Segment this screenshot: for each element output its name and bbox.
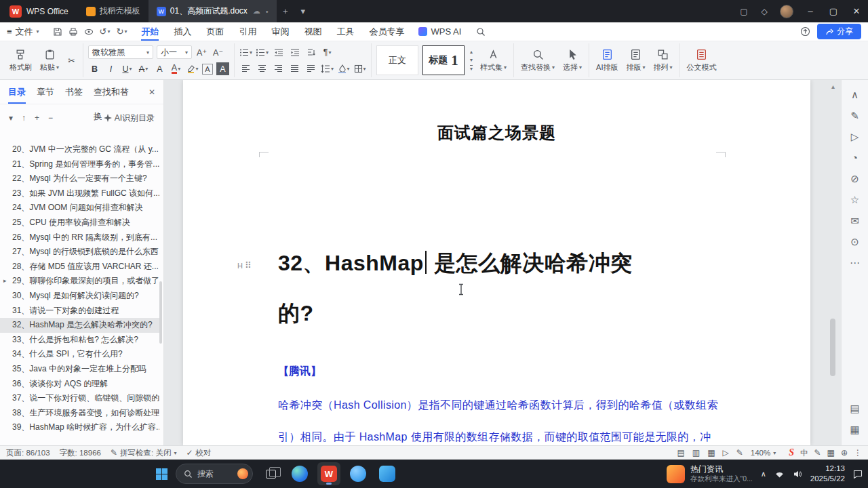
heading-drag-handle[interactable]: H ⠿	[237, 260, 251, 270]
rail-comment-icon[interactable]: ✉	[842, 210, 868, 231]
collapse-level-button[interactable]: −	[48, 113, 53, 123]
ime-mode-indicator[interactable]: 中	[800, 448, 808, 458]
bold-button[interactable]: B	[88, 62, 101, 75]
toc-item[interactable]: 37、说一下你对行锁、临键锁、间隙锁的...	[0, 391, 159, 406]
tab-member[interactable]: 会员专享	[361, 22, 412, 41]
rail-eraser-icon[interactable]: ⊘	[842, 168, 868, 189]
line-spacing-button[interactable]: ▾	[321, 62, 334, 75]
tab-page[interactable]: 页面	[199, 22, 231, 41]
toc-item[interactable]: 30、Mysql 是如何解决幻读问题的?	[0, 289, 159, 304]
wifi-icon[interactable]	[774, 470, 785, 479]
justify-button[interactable]	[288, 62, 301, 75]
align-right-button[interactable]	[272, 62, 285, 75]
notification-icon[interactable]	[853, 470, 863, 479]
arrange-button[interactable]: 排列▾	[652, 48, 675, 73]
ribbon-search-icon[interactable]	[468, 27, 494, 37]
expand-level-button[interactable]: +	[35, 113, 39, 123]
decrease-font-button[interactable]: A⁻	[212, 46, 224, 59]
rail-collapse-icon[interactable]: ∧	[842, 84, 868, 105]
highlight-button[interactable]: ▾	[186, 62, 199, 75]
play-mode-icon[interactable]: ▷	[723, 448, 729, 458]
edge-browser-button[interactable]	[288, 462, 311, 485]
distribute-button[interactable]	[304, 62, 317, 75]
align-left-button[interactable]	[239, 62, 252, 75]
rail-highlight-icon[interactable]: ◔	[842, 147, 868, 168]
file-menu-button[interactable]: ≡ 文件 ▾	[0, 22, 46, 41]
volume-icon[interactable]	[793, 470, 802, 479]
clear-format-button[interactable]: A	[153, 62, 166, 75]
rail-select-icon[interactable]: ▷	[842, 126, 868, 147]
ime-keyboard-icon[interactable]: ▦	[827, 448, 835, 458]
tab-home[interactable]: 开始	[134, 22, 166, 41]
preview-icon[interactable]	[84, 27, 94, 37]
style-heading1[interactable]: 标题 1	[422, 45, 465, 75]
font-size-select[interactable]: 小一 ▾	[157, 45, 192, 59]
task-view-button[interactable]	[259, 462, 282, 485]
tab-reference[interactable]: 引用	[231, 22, 264, 41]
save-icon[interactable]	[53, 27, 62, 37]
tab-review[interactable]: 审阅	[264, 22, 296, 41]
toc-item[interactable]: 34、什么是 SPI，它有什么用?	[0, 347, 159, 362]
rail-more-icon[interactable]: ⋯	[842, 252, 868, 273]
increase-indent-button[interactable]	[288, 46, 301, 59]
rail-apps-icon[interactable]: ▦	[842, 419, 868, 440]
qq-app-button[interactable]	[347, 462, 370, 485]
toc-item[interactable]: 33、什么是拆包和粘包? 怎么解决?	[0, 333, 159, 348]
toc-item[interactable]: 28、存储 MD5 值应该用 VARCHAR 还...	[0, 260, 159, 274]
redo-button[interactable]: ↻▾	[117, 26, 127, 37]
show-marks-button[interactable]: ¶▾	[321, 46, 334, 59]
expand-arrow-icon[interactable]: ▸	[3, 274, 7, 289]
sidebar-close-icon[interactable]: ✕	[149, 87, 155, 97]
toc-item[interactable]: 36、谈谈你对 AQS 的理解	[0, 377, 159, 392]
strikethrough-button[interactable]: A▾	[137, 62, 150, 75]
workspace-icon[interactable]: ▢	[734, 0, 754, 22]
font-color-button[interactable]: A▾	[170, 62, 182, 75]
taskbar-search[interactable]: 搜索	[176, 464, 253, 484]
style-gallery-up[interactable]: ▴	[470, 49, 473, 55]
print-icon[interactable]	[68, 27, 78, 37]
word-count[interactable]: 字数: 18966	[60, 448, 101, 458]
rail-edit-icon[interactable]: ✎	[842, 105, 868, 126]
style-gallery-down[interactable]: ▾	[470, 57, 473, 63]
view-mode-web-icon[interactable]: ▦	[707, 448, 715, 458]
toc-item[interactable]: 27、Mysql 的行级锁到底锁的是什么东西...	[0, 245, 159, 260]
toc-item-expandable[interactable]: ▸ 29、聊聊你印象最深刻的项目，或者做了...	[0, 274, 159, 289]
align-center-button[interactable]	[256, 62, 269, 75]
rail-phone-icon[interactable]: ▤	[842, 398, 868, 419]
toc-item[interactable]: 35、Java 中的对象一定在堆上分配吗	[0, 362, 159, 377]
view-mode-page-icon[interactable]: ▥	[692, 448, 700, 458]
find-replace-button[interactable]: 查找替换▾	[519, 48, 557, 73]
minimize-button[interactable]: –	[799, 0, 822, 22]
view-mode-read-icon[interactable]: ▤	[677, 448, 684, 458]
paste-button[interactable]: 粘贴▾	[38, 48, 61, 73]
avatar[interactable]	[780, 5, 793, 18]
rail-favorite-icon[interactable]: ☆	[842, 189, 868, 210]
ime-handwriting-icon[interactable]: ✎	[814, 448, 821, 458]
select-button[interactable]: 选择▾	[561, 48, 584, 73]
page-indicator[interactable]: 页面: 86/103	[6, 448, 50, 458]
upload-cloud-icon[interactable]	[800, 26, 810, 37]
toc-item[interactable]: 26、Mysql 中的 RR 隔离级别，到底有...	[0, 230, 159, 245]
sidebar-tab-find-replace[interactable]: 查找和替换	[94, 80, 138, 104]
borders-button[interactable]: ▾	[353, 62, 366, 75]
tab-list-button[interactable]: ▾	[294, 0, 312, 22]
font-name-select[interactable]: 微软雅黑 ▾	[88, 45, 153, 59]
toc-item[interactable]: 39、HashMap 啥时候扩容，为什么扩容...	[0, 420, 159, 435]
new-tab-button[interactable]: +	[277, 0, 294, 22]
toc-item[interactable]: 25、CPU 使用率较高排查和解决	[0, 216, 159, 230]
undo-button[interactable]: ↺▾	[100, 26, 111, 37]
increase-font-button[interactable]: A⁺	[195, 46, 208, 59]
char-shading-button[interactable]: A	[216, 62, 229, 75]
tab-view[interactable]: 视图	[296, 22, 329, 41]
char-border-button[interactable]: A	[202, 64, 213, 75]
numbered-list-button[interactable]: ▾	[256, 46, 269, 59]
share-button[interactable]: 分享	[817, 24, 861, 39]
shading-button[interactable]: ▾	[337, 62, 350, 75]
ai-layout-button[interactable]: AI排版	[594, 48, 620, 73]
start-button[interactable]	[156, 468, 167, 480]
toc-item[interactable]: 21、Spring 是如何管理事务的，事务管...	[0, 157, 159, 172]
toc-item[interactable]: 20、JVM 中一次完整的 GC 流程（从 y...	[0, 142, 159, 157]
document-scrollbar-thumb[interactable]	[830, 319, 835, 376]
ime-more-icon[interactable]: ⋮	[854, 448, 862, 458]
theme-skin-icon[interactable]: ◇	[754, 0, 774, 22]
